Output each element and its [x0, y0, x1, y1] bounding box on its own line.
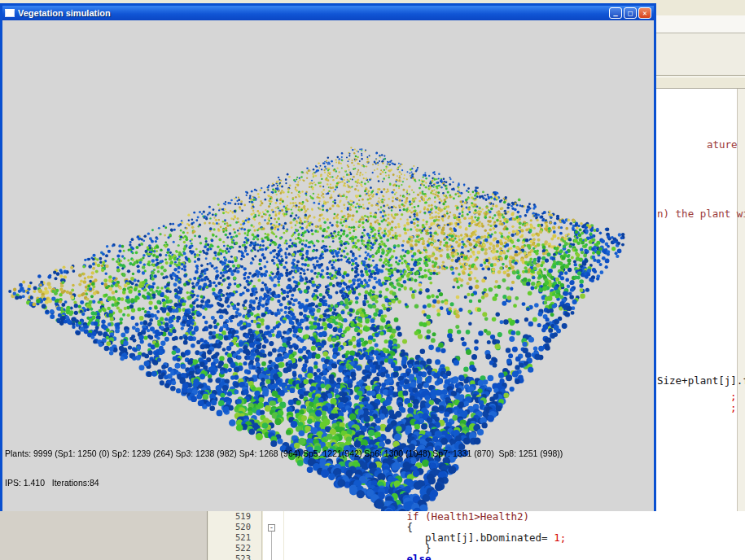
line-number: 520	[208, 522, 261, 532]
line-number: 523	[208, 553, 261, 560]
line-number: 521	[208, 532, 261, 543]
vegetation-simulation-window: Vegetation simulation — □ ✕ Plants: 9999…	[0, 3, 656, 511]
fold-line	[271, 532, 272, 560]
code-editor-bottom[interactable]: if (Health1>Health2) { plant[j].bDominat…	[284, 511, 745, 560]
minimize-button[interactable]: —	[609, 7, 622, 19]
ide-bottom-panel	[0, 511, 208, 560]
simulation-status: Plants: 9999 (Sp1: 1250 (0) Sp2: 1239 (2…	[5, 429, 563, 507]
ide-toolbar-band	[655, 15, 745, 33]
editor-scrollbar[interactable]	[737, 89, 745, 511]
code-editor-right-pane[interactable]	[655, 89, 745, 511]
line-number-gutter: 519520521522523	[208, 511, 262, 560]
application-icon	[5, 9, 15, 17]
desktop: { "window": { "title": "Vegetation simul…	[0, 0, 745, 560]
status-plants: Plants: 9999 (Sp1: 1250 (0) Sp2: 1239 (2…	[5, 448, 563, 458]
ide-panel-band	[655, 33, 745, 75]
line-number: 522	[208, 543, 261, 553]
status-ips: IPS: 1.410 Iterations:84	[5, 478, 563, 488]
maximize-button[interactable]: □	[624, 7, 637, 19]
window-titlebar[interactable]: Vegetation simulation — □ ✕	[2, 6, 654, 20]
fold-marker-icon[interactable]: -	[268, 524, 275, 532]
code-line: else	[284, 553, 745, 560]
close-button[interactable]: ✕	[638, 7, 651, 19]
code-fold-margin: -	[263, 511, 283, 560]
window-title: Vegetation simulation	[18, 8, 607, 18]
line-number: 519	[208, 511, 261, 522]
ide-header-band	[655, 77, 745, 89]
